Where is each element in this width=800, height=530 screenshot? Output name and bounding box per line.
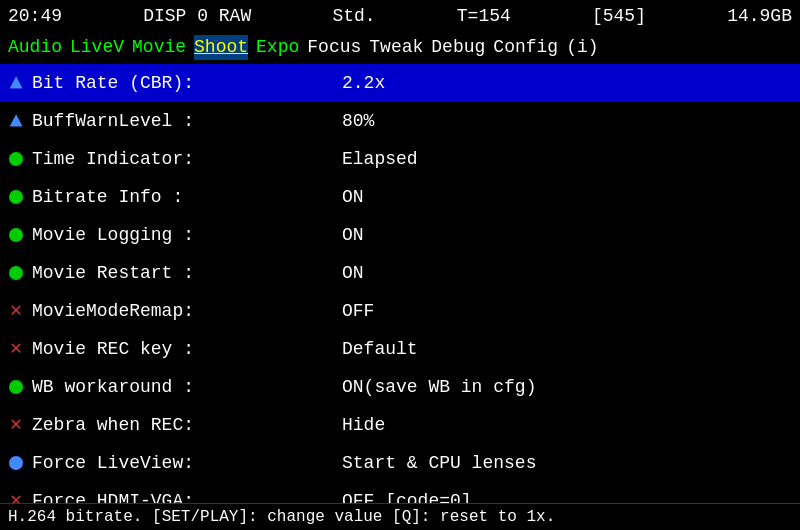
row-value: Elapsed [342,146,418,173]
row-label: BuffWarnLevel : [32,108,342,135]
content: ▲Bit Rate (CBR):2.2x▲BuffWarnLevel :80%T… [0,62,800,522]
row-value: 80% [342,108,374,135]
row-indicator: ✕ [0,410,32,440]
row-indicator [0,374,32,401]
row-label: Bit Rate (CBR): [32,70,342,97]
footer-text: H.264 bitrate. [SET/PLAY]: change value … [8,508,555,526]
status-std: Std. [332,4,375,29]
row-indicator [0,146,32,173]
table-row: ▲BuffWarnLevel :80% [0,102,800,140]
row-indicator: ▲ [0,105,32,138]
row-value: ON [342,260,364,287]
menu-item-livev[interactable]: LiveV [70,35,124,60]
menu-item-debug[interactable]: Debug [431,35,485,60]
menu-item-movie[interactable]: Movie [132,35,186,60]
row-label: Zebra when REC: [32,412,342,439]
row-indicator: ✕ [0,334,32,364]
row-label: Movie REC key : [32,336,342,363]
row-label: Bitrate Info : [32,184,342,211]
menu-item-config[interactable]: Config [493,35,558,60]
menu-item-audio[interactable]: Audio [8,35,62,60]
status-disp: DISP 0 RAW [143,4,251,29]
status-bar: 20:49 DISP 0 RAW Std. T=154 [545] 14.9GB [0,0,800,33]
row-label: Time Indicator: [32,146,342,173]
status-bracket: [545] [592,4,646,29]
row-label: Movie Logging : [32,222,342,249]
footer: H.264 bitrate. [SET/PLAY]: change value … [0,503,800,530]
row-label: MovieModeRemap: [32,298,342,325]
row-value: Default [342,336,418,363]
table-row: ✕Movie REC key :Default [0,330,800,368]
row-value: ON [342,184,364,211]
table-row: Time Indicator:Elapsed [0,140,800,178]
table-row: Bitrate Info :ON [0,178,800,216]
row-indicator [0,260,32,287]
row-indicator [0,222,32,249]
row-indicator [0,450,32,477]
row-indicator: ▲ [0,67,32,100]
menu-item-focus[interactable]: Focus [307,35,361,60]
menu-item-shoot[interactable]: Shoot [194,35,248,60]
row-value: ON [342,222,364,249]
status-time: 20:49 [8,4,62,29]
row-indicator [0,184,32,211]
table-row: ✕MovieModeRemap:OFF [0,292,800,330]
table-row: Force LiveView:Start & CPU lenses [0,444,800,482]
row-value: 2.2x [342,70,385,97]
row-label: WB workaround : [32,374,342,401]
table-row: Movie Restart :ON [0,254,800,292]
menu-item-expo[interactable]: Expo [256,35,299,60]
menu-bar: AudioLiveVMovieShootExpoFocusTweakDebugC… [0,33,800,62]
row-indicator: ✕ [0,296,32,326]
row-value: ON(save WB in cfg) [342,374,536,401]
row-value: Start & CPU lenses [342,450,536,477]
table-row: Movie Logging :ON [0,216,800,254]
row-label: Force LiveView: [32,450,342,477]
row-value: Hide [342,412,385,439]
menu-item-tweak[interactable]: Tweak [369,35,423,60]
row-value: OFF [342,298,374,325]
table-row: WB workaround :ON(save WB in cfg) [0,368,800,406]
row-label: Movie Restart : [32,260,342,287]
table-row: ▲Bit Rate (CBR):2.2x [0,64,800,102]
status-temp: T=154 [457,4,511,29]
menu-item-(i)[interactable]: (i) [566,35,598,60]
status-storage: 14.9GB [727,4,792,29]
table-row: ✕Zebra when REC:Hide [0,406,800,444]
